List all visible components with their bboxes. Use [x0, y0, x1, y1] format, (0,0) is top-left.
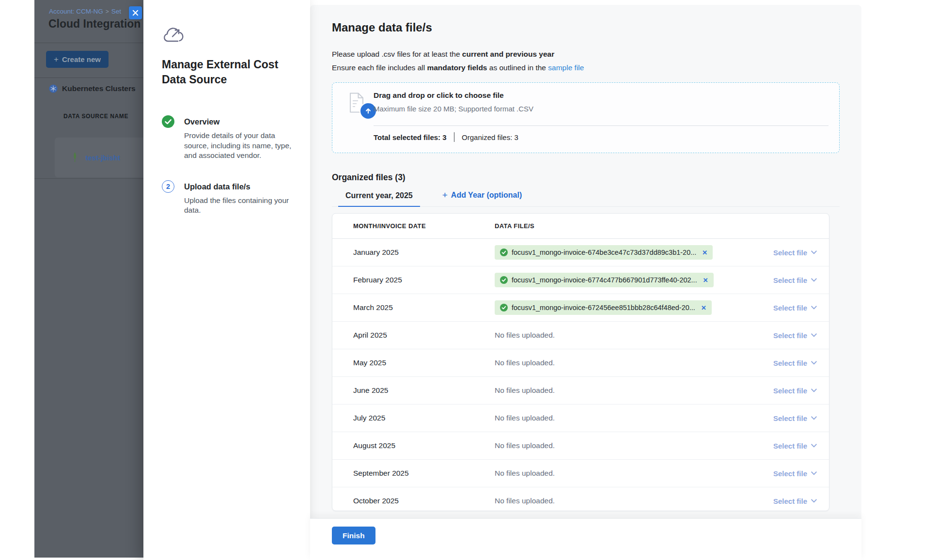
chevron-down-icon — [811, 499, 817, 503]
file-name: focusv1_mongo-invoice-672456ee851bbb28c6… — [512, 304, 695, 311]
step-upload-data-files[interactable]: 2 Upload data file/s Upload the files co… — [162, 180, 293, 216]
table-row: March 2025 focusv1_mongo-invoice-672456e… — [332, 294, 829, 322]
file-uploaded-check-icon — [500, 276, 508, 284]
dimmed-background-page: Account: CCM-NG>Set Cloud Integration + … — [34, 0, 143, 558]
table-row: September 2025 No files uploaded. Select… — [332, 460, 829, 487]
select-file-dropdown[interactable]: Select file — [773, 414, 817, 422]
select-file-dropdown[interactable]: Select file — [773, 442, 817, 450]
column-header-data-files: DATA FILE/S — [495, 222, 534, 230]
organized-files-count: Organized files: 3 — [462, 133, 518, 141]
remove-file-icon[interactable]: ✕ — [701, 305, 706, 311]
plus-icon: + — [54, 55, 59, 64]
close-dialog-button[interactable] — [129, 6, 142, 19]
month-label: August 2025 — [353, 441, 495, 450]
month-label: March 2025 — [353, 303, 495, 312]
file-chip: focusv1_mongo-invoice-6774c477b667901d77… — [495, 273, 714, 287]
mongodb-icon — [71, 152, 78, 163]
plus-icon: + — [442, 192, 448, 199]
no-files-text: No files uploaded. — [495, 414, 555, 422]
chevron-down-icon — [811, 306, 817, 310]
select-file-dropdown[interactable]: Select file — [773, 469, 817, 478]
divider — [34, 78, 143, 78]
step-description: Provide details of your data source, inc… — [184, 131, 295, 161]
finish-button[interactable]: Finish — [332, 527, 375, 544]
step-overview[interactable]: Overview Provide details of your data so… — [162, 115, 293, 161]
select-file-dropdown[interactable]: Select file — [773, 276, 817, 284]
add-year-button[interactable]: + Add Year (optional) — [442, 191, 522, 206]
upload-instructions: Please upload .csv files for at least th… — [332, 47, 840, 75]
month-label: February 2025 — [353, 276, 495, 284]
chevron-down-icon — [811, 416, 817, 420]
file-dropzone[interactable]: Drag and drop or click to choose file Ma… — [332, 82, 840, 153]
no-files-text: No files uploaded. — [495, 358, 555, 367]
table-row: January 2025 focusv1_mongo-invoice-674be… — [332, 239, 829, 266]
divider — [374, 125, 828, 126]
month-label: May 2025 — [353, 358, 495, 367]
table-header-row: MONTH/INVOICE DATE DATA FILE/S — [332, 214, 829, 239]
table-row: February 2025 focusv1_mongo-invoice-6774… — [332, 266, 829, 294]
remove-file-icon[interactable]: ✕ — [702, 249, 707, 256]
dialog-footer: Finish — [310, 518, 861, 560]
chevron-down-icon — [811, 444, 817, 448]
breadcrumb-account-link[interactable]: Account: CCM-NG — [49, 8, 103, 15]
select-file-dropdown[interactable]: Select file — [773, 249, 817, 257]
table-row: October 2025 No files uploaded. Select f… — [332, 487, 829, 511]
chevron-down-icon — [811, 333, 817, 337]
chevron-down-icon — [811, 471, 817, 475]
select-file-dropdown[interactable]: Select file — [773, 331, 817, 340]
select-file-dropdown[interactable]: Select file — [773, 304, 817, 312]
close-icon — [132, 10, 139, 16]
kubernetes-icon — [49, 84, 58, 93]
file-chip: focusv1_mongo-invoice-672456ee851bbb28c6… — [495, 300, 712, 315]
select-file-dropdown[interactable]: Select file — [773, 359, 817, 367]
month-label: April 2025 — [353, 331, 495, 340]
no-files-text: No files uploaded. — [495, 331, 555, 340]
dropzone-title: Drag and drop or click to choose file — [374, 91, 504, 100]
month-label: January 2025 — [353, 248, 495, 257]
table-row: June 2025 No files uploaded. Select file — [332, 377, 829, 404]
step-label: Upload data file/s — [184, 180, 295, 193]
no-files-text: No files uploaded. — [495, 497, 555, 505]
wizard-steps: Overview Provide details of your data so… — [162, 115, 293, 216]
screen: Account: CCM-NG>Set Cloud Integration + … — [0, 0, 937, 560]
breadcrumb-setup-link[interactable]: Set — [111, 8, 121, 15]
chevron-down-icon — [811, 250, 817, 254]
table-row: July 2025 No files uploaded. Select file — [332, 404, 829, 432]
manage-data-files-panel: Manage data file/s Please upload .csv fi… — [310, 5, 861, 560]
select-file-dropdown[interactable]: Select file — [773, 387, 817, 395]
year-tabs: Current year, 2025 + Add Year (optional) — [332, 188, 840, 207]
divider — [454, 132, 455, 142]
select-file-dropdown[interactable]: Select file — [773, 497, 817, 505]
organized-files-table: MONTH/INVOICE DATE DATA FILE/S January 2… — [332, 213, 829, 511]
step-label: Overview — [184, 115, 295, 128]
remove-file-icon[interactable]: ✕ — [703, 277, 708, 283]
divider — [34, 43, 143, 43]
step-number: 2 — [162, 180, 174, 193]
step-complete-check-icon — [162, 115, 174, 128]
column-header-data-source-name: DATA SOURCE NAME — [63, 113, 128, 120]
create-new-button[interactable]: + Create new — [46, 51, 109, 68]
chevron-down-icon — [811, 389, 817, 392]
breadcrumb-separator: > — [106, 8, 109, 15]
data-source-link[interactable]: test-jbisht — [85, 154, 120, 162]
file-name: focusv1_mongo-invoice-6774c477b667901d77… — [512, 276, 697, 284]
page-title-cloud-integration: Cloud Integration — [48, 17, 141, 31]
no-files-text: No files uploaded. — [495, 441, 555, 450]
tab-kubernetes-clusters[interactable]: Kubernetes Clusters — [49, 84, 136, 93]
table-row: August 2025 No files uploaded. Select fi… — [332, 432, 829, 460]
tab-current-year[interactable]: Current year, 2025 — [338, 191, 420, 207]
file-uploaded-check-icon — [500, 249, 508, 256]
month-label: July 2025 — [353, 414, 495, 422]
table-row: April 2025 No files uploaded. Select fil… — [332, 322, 829, 349]
dropzone-stats: Total selected files: 3 Organized files:… — [374, 132, 518, 142]
breadcrumb[interactable]: Account: CCM-NG>Set — [49, 8, 121, 15]
file-name: focusv1_mongo-invoice-674be3ce47c73d37dd… — [512, 249, 696, 256]
file-uploaded-check-icon — [500, 304, 508, 311]
month-label: September 2025 — [353, 469, 495, 478]
step-description: Upload the files containing your data. — [184, 196, 295, 216]
table-body: January 2025 focusv1_mongo-invoice-674be… — [332, 239, 829, 511]
sample-file-link[interactable]: sample file — [548, 63, 584, 72]
no-files-text: No files uploaded. — [495, 386, 555, 395]
data-source-row[interactable]: test-jbisht — [55, 138, 143, 177]
total-selected-files: Total selected files: 3 — [374, 133, 447, 141]
